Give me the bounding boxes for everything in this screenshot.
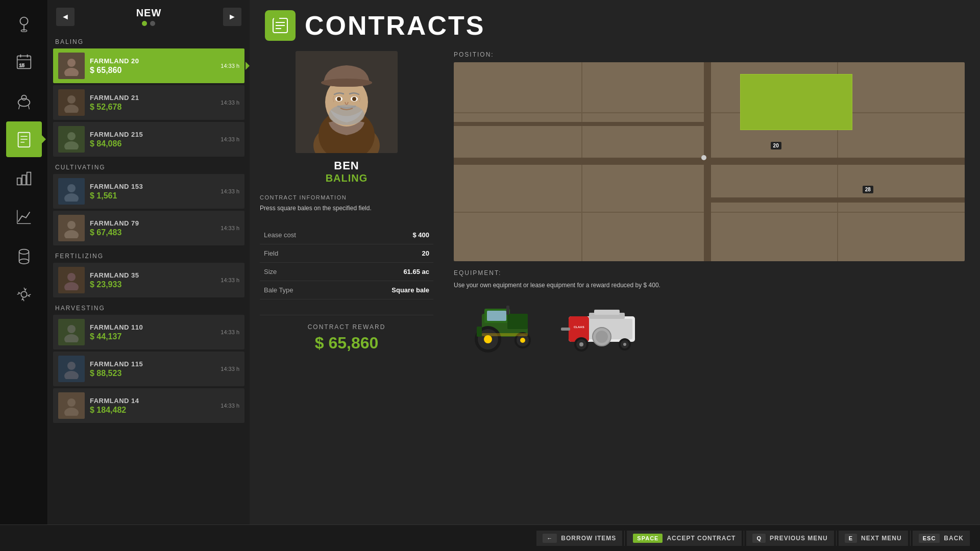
contract-time: 14:33 h xyxy=(220,99,239,106)
nav-next-button[interactable]: ► xyxy=(223,8,241,26)
contract-info: FARMLAND 115 $ 88,523 xyxy=(85,360,220,378)
stat-label: Size xyxy=(260,263,341,281)
stat-value: 20 xyxy=(341,244,433,263)
svg-point-30 xyxy=(64,141,79,149)
nav-prev-button[interactable]: ◄ xyxy=(56,8,75,26)
equipment-section: EQUIPMENT: Use your own equipment or lea… xyxy=(454,269,965,357)
contract-reward-value: $ 65,860 xyxy=(90,66,220,75)
contract-detail: BEN BALING CONTRACT INFORMATION Press sq… xyxy=(250,51,444,524)
category-baling: BALING xyxy=(53,33,244,48)
content-body: BEN BALING CONTRACT INFORMATION Press sq… xyxy=(250,51,980,524)
sidebar-item-settings[interactable] xyxy=(6,277,42,312)
accept-contract-button[interactable]: SPACE ACCEPT CONTRACT xyxy=(627,531,742,546)
contract-avatar xyxy=(58,356,85,382)
contract-name: FARMLAND 110 xyxy=(90,323,220,331)
contract-farmland-215[interactable]: FARMLAND 215 $ 84,086 14:33 h xyxy=(53,122,244,157)
contract-avatar xyxy=(58,126,85,153)
back-button[interactable]: ESC BACK xyxy=(913,531,970,546)
previous-menu-button[interactable]: Q PREVIOUS MENU xyxy=(746,531,834,546)
svg-rect-17 xyxy=(27,172,31,185)
contract-farmland-115[interactable]: FARMLAND 115 $ 88,523 14:33 h xyxy=(53,352,244,386)
svg-rect-15 xyxy=(17,178,21,185)
stat-value: $ 400 xyxy=(341,226,433,244)
contract-farmland-35[interactable]: FARMLAND 35 $ 23,933 14:33 h xyxy=(53,263,244,297)
svg-rect-62 xyxy=(487,311,506,321)
position-section: POSITION: xyxy=(454,51,965,261)
svg-rect-16 xyxy=(22,175,26,185)
sidebar-item-map[interactable] xyxy=(6,5,42,41)
svg-point-56 xyxy=(337,97,341,101)
contract-reward-value: $ 67,483 xyxy=(90,228,220,237)
divider-1 xyxy=(624,531,625,546)
contract-info: FARMLAND 14 $ 184,482 xyxy=(85,397,220,415)
contract-farmland-21[interactable]: FARMLAND 21 $ 52,678 14:33 h xyxy=(53,85,244,120)
back-label: BACK xyxy=(944,535,964,542)
svg-line-10 xyxy=(28,106,29,110)
contract-farmland-20[interactable]: FARMLAND 20 $ 65,860 14:33 h xyxy=(53,48,244,83)
content-header: CONTRACTS xyxy=(250,0,980,51)
prev-label: PREVIOUS MENU xyxy=(770,535,828,542)
contract-avatar xyxy=(58,89,85,116)
contract-farmland-110[interactable]: FARMLAND 110 $ 44,137 14:33 h xyxy=(53,315,244,349)
svg-rect-85 xyxy=(561,328,570,331)
contract-info-section: CONTRACT INFORMATION Press square bales … xyxy=(260,194,433,213)
contract-info: FARMLAND 79 $ 67,483 xyxy=(85,219,220,237)
reward-amount: $ 65,860 xyxy=(260,334,433,353)
svg-point-81 xyxy=(579,342,583,346)
stat-field: Field 20 xyxy=(260,244,433,263)
svg-rect-63 xyxy=(507,314,528,329)
contract-avatar xyxy=(58,215,85,241)
contract-time: 14:33 h xyxy=(220,225,239,231)
contract-time: 14:33 h xyxy=(220,277,239,283)
svg-point-33 xyxy=(67,221,76,229)
map-road-h2 xyxy=(709,197,965,203)
contract-time: 14:33 h xyxy=(220,63,239,69)
svg-point-28 xyxy=(64,105,79,113)
stat-size: Size 61.65 ac xyxy=(260,263,433,281)
contract-info: FARMLAND 153 $ 1,561 xyxy=(85,183,220,201)
map-container: 20 28 xyxy=(454,62,965,261)
stat-label: Field xyxy=(260,244,341,263)
contract-reward-value: $ 84,086 xyxy=(90,139,220,148)
divider-2 xyxy=(744,531,744,546)
next-menu-button[interactable]: E NEXT MENU xyxy=(839,531,908,546)
sidebar-item-production[interactable] xyxy=(6,160,42,196)
sidebar-item-calendar[interactable]: 15 xyxy=(6,44,42,80)
stat-label: Lease cost xyxy=(260,226,341,244)
contract-info-label: CONTRACT INFORMATION xyxy=(260,194,433,201)
contract-farmland-14[interactable]: FARMLAND 14 $ 184,482 14:33 h xyxy=(53,388,244,423)
contract-info: FARMLAND 110 $ 44,137 xyxy=(85,323,220,341)
stat-value: Square bale xyxy=(341,281,433,299)
borrow-items-button[interactable]: ← BORROW ITEMS xyxy=(536,531,622,546)
page-dot-1 xyxy=(142,21,147,26)
contract-farmland-153[interactable]: FARMLAND 153 $ 1,561 14:33 h xyxy=(53,174,244,209)
svg-rect-87 xyxy=(594,310,620,315)
contract-avatar xyxy=(58,319,85,345)
svg-point-84 xyxy=(623,343,626,346)
contract-reward-value: $ 1,561 xyxy=(90,191,220,201)
divider-3 xyxy=(836,531,837,546)
contract-name: FARMLAND 35 xyxy=(90,271,220,279)
sidebar-item-animals[interactable] xyxy=(6,83,42,118)
equipment-description: Use your own equipment or lease equipmen… xyxy=(454,281,965,290)
divider-4 xyxy=(910,531,911,546)
prev-key: Q xyxy=(752,534,766,543)
svg-point-31 xyxy=(67,184,76,192)
sidebar-item-statistics[interactable] xyxy=(6,199,42,235)
map-road-h3 xyxy=(454,122,709,126)
bottom-bar: ← BORROW ITEMS SPACE ACCEPT CONTRACT Q P… xyxy=(0,524,980,551)
contract-farmland-79[interactable]: FARMLAND 79 $ 67,483 14:33 h xyxy=(53,211,244,245)
contract-avatar xyxy=(58,53,85,79)
svg-point-26 xyxy=(64,68,79,76)
character-role: BALING xyxy=(326,172,368,184)
accept-key: SPACE xyxy=(633,534,663,543)
svg-point-78 xyxy=(596,331,608,343)
sidebar-item-contracts[interactable] xyxy=(6,121,42,157)
selected-arrow xyxy=(246,62,250,70)
svg-point-39 xyxy=(67,362,76,370)
svg-point-23 xyxy=(19,259,29,264)
contract-reward-value: $ 44,137 xyxy=(90,332,220,341)
svg-point-41 xyxy=(67,398,76,407)
sidebar-item-silos[interactable] xyxy=(6,238,42,273)
svg-rect-47 xyxy=(274,16,279,20)
